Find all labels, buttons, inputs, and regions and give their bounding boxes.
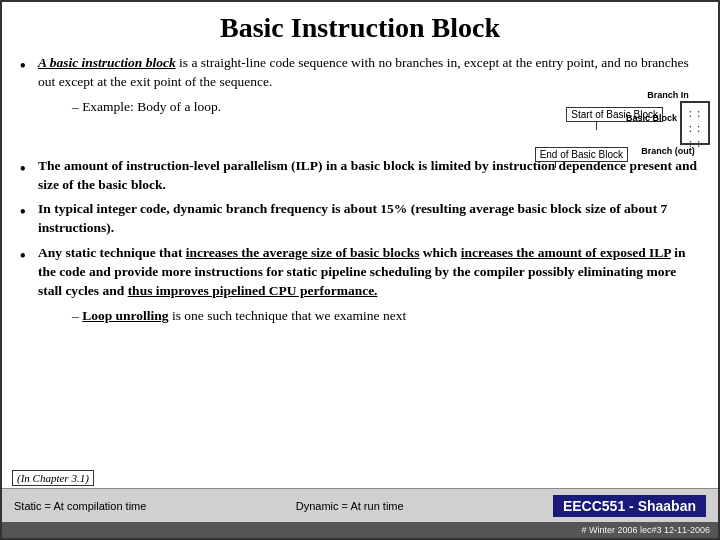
bullet-text-4: Any static technique that increases the …: [38, 244, 700, 301]
bullet-dot-3: •: [20, 201, 38, 223]
bullet-dot-4: •: [20, 245, 38, 267]
bb-dots-mid: : :: [689, 121, 702, 136]
term-improves-cpu: thus improves pipelined CPU performance.: [128, 283, 378, 298]
bb-dots-top: : :: [689, 106, 702, 121]
basic-instruction-block-term: A basic instruction block: [38, 55, 176, 70]
footer-static: Static = At compilation time: [14, 500, 146, 512]
sub-bullet-4: – Loop unrolling is one such technique t…: [52, 307, 700, 326]
bullet-4: • Any static technique that increases th…: [20, 244, 700, 301]
end-label-box: End of Basic Block: [535, 147, 628, 162]
bullet-text-3: In typical integer code, dynamic branch …: [38, 200, 700, 238]
in-chapter-text: (In Chapter 3.1): [17, 472, 89, 484]
sub-bullet-1-text: – Example: Body of a loop.: [72, 98, 221, 117]
branch-in-label: Branch In: [647, 90, 689, 100]
bullet-dot-1: •: [20, 55, 38, 77]
footer-date-info: # Winter 2006 lec#3 12-11-2006: [581, 525, 710, 535]
bb-label-text: Basic Block: [626, 113, 677, 123]
slide: Basic Instruction Block • A basic instru…: [0, 0, 720, 540]
term-increases-size: increases the average size of basic bloc…: [186, 245, 420, 260]
footer-bottom-strip: # Winter 2006 lec#3 12-11-2006: [2, 522, 718, 538]
start-arrow-line: [596, 122, 597, 130]
bullet-text-1: A basic instruction block is a straight-…: [38, 54, 700, 92]
basic-block-diagram: Branch In Basic Block : : : : : : Branch…: [626, 90, 710, 156]
branch-out-label: Branch (out): [641, 146, 695, 156]
bullet-1: • A basic instruction block is a straigh…: [20, 54, 700, 92]
bb-box: : : : : : :: [680, 101, 710, 145]
branch-in-text: Branch In: [626, 90, 710, 100]
basic-block-side-label: Basic Block: [626, 113, 677, 123]
static-label-text: Static = At compilation time: [14, 500, 146, 512]
end-arrow-line: [555, 162, 556, 168]
term-increases-ilp: increases the amount of exposed ILP: [461, 245, 671, 260]
sub-bullet-4-text: – Loop unrolling is one such technique t…: [72, 307, 406, 326]
bullet-3: • In typical integer code, dynamic branc…: [20, 200, 700, 238]
end-of-basic-block-label: End of Basic Block: [535, 147, 628, 168]
bb-diagram-row: Basic Block : : : : : :: [626, 101, 710, 145]
in-chapter-label: (In Chapter 3.1): [12, 470, 94, 486]
footer-dynamic: Dynamic = At run time: [296, 500, 404, 512]
bullet-dot-2: •: [20, 158, 38, 180]
end-label-text: End of Basic Block: [540, 149, 623, 160]
course-badge: EECC551 - Shaaban: [553, 495, 706, 517]
dynamic-label-text: Dynamic = At run time: [296, 500, 404, 512]
loop-unrolling-term: Loop unrolling: [82, 308, 168, 323]
slide-title: Basic Instruction Block: [20, 12, 700, 44]
course-text: EECC551 - Shaaban: [563, 498, 696, 514]
footer-bar: Static = At compilation time Dynamic = A…: [2, 488, 718, 522]
